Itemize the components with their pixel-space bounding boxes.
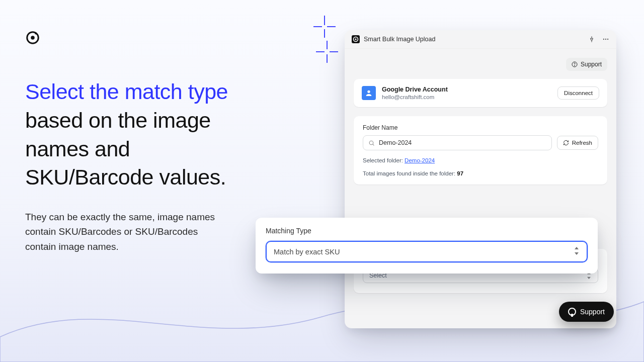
pin-icon[interactable] — [588, 36, 595, 43]
matching-type-select[interactable]: Match by exact SKU — [266, 241, 588, 262]
total-images-line: Total images found inside the folder: 97 — [363, 170, 598, 176]
search-icon — [368, 140, 375, 146]
svg-point-15 — [607, 39, 608, 40]
svg-point-13 — [603, 39, 604, 40]
marketing-subhead: They can be exactly the same, image name… — [25, 210, 226, 254]
svg-point-19 — [369, 141, 373, 145]
folder-card: Folder Name Refresh Selected folder: Dem… — [354, 116, 607, 185]
app-window: Smart Bulk Image Upload Support Go — [345, 30, 616, 328]
account-provider: Google Drive Account — [382, 86, 448, 93]
app-title: Smart Bulk Image Upload — [364, 36, 584, 43]
support-chat-pill[interactable]: Support — [559, 302, 614, 322]
app-logo-icon — [352, 35, 360, 43]
help-support-button[interactable]: Support — [566, 58, 607, 71]
app-header: Smart Bulk Image Upload — [345, 30, 616, 49]
plus-decoration-icon — [312, 14, 337, 39]
more-icon[interactable] — [602, 36, 609, 43]
folder-search-input[interactable] — [363, 135, 552, 150]
account-card: Google Drive Account hello@craftshift.co… — [354, 79, 607, 107]
matching-type-card: Matching Type Match by exact SKU — [256, 218, 598, 274]
plus-decoration-icon — [314, 39, 340, 64]
svg-point-14 — [605, 39, 606, 40]
folder-name-field[interactable] — [379, 139, 546, 146]
account-email: hello@craftshift.com — [382, 94, 448, 100]
svg-point-9 — [31, 36, 35, 40]
chat-bubble-icon — [568, 308, 576, 316]
svg-point-17 — [574, 65, 575, 66]
refresh-icon — [563, 140, 569, 146]
selected-folder-line: Selected folder: Demo-2024 — [363, 157, 598, 163]
chevron-sort-icon — [574, 247, 580, 256]
svg-point-12 — [355, 38, 356, 40]
matching-type-label: Matching Type — [266, 227, 588, 235]
disconnect-button[interactable]: Disconnect — [557, 86, 599, 100]
folder-name-label: Folder Name — [363, 124, 598, 131]
svg-point-18 — [367, 90, 370, 93]
svg-line-20 — [373, 144, 374, 145]
refresh-button[interactable]: Refresh — [557, 136, 598, 150]
selected-folder-link[interactable]: Demo-2024 — [405, 157, 435, 163]
question-circle-icon — [572, 61, 578, 67]
marketing-headline: Select the match type based on the image… — [25, 77, 247, 192]
avatar — [362, 86, 376, 100]
brand-logo — [25, 30, 40, 45]
person-icon — [365, 89, 373, 97]
